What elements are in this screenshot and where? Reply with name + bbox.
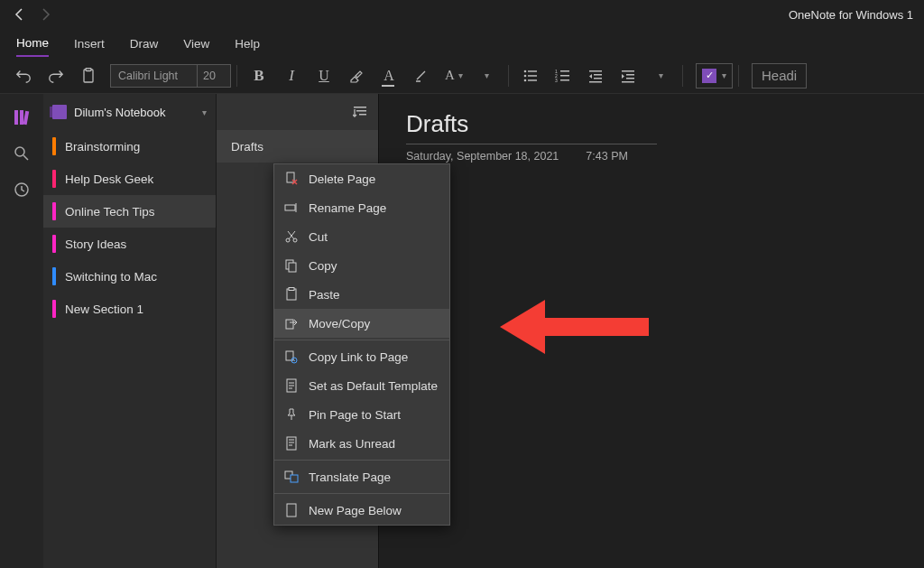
copy-icon <box>283 257 300 274</box>
heading-style-button[interactable]: Headi <box>752 63 807 88</box>
context-menu-item[interactable]: Copy Link to Page <box>274 342 449 371</box>
ribbon-tab-view[interactable]: View <box>183 32 209 56</box>
context-menu-label: Move/Copy <box>309 317 370 331</box>
section-color-swatch <box>52 300 56 318</box>
context-menu-separator <box>274 460 449 461</box>
sort-pages-button[interactable] <box>353 105 367 119</box>
increase-indent-button[interactable] <box>614 61 642 90</box>
section-label: Switching to Mac <box>65 270 157 284</box>
rename-icon <box>283 200 300 216</box>
nav-back-button[interactable] <box>7 2 32 27</box>
delete-page-icon <box>283 171 300 187</box>
translate-icon <box>283 469 300 485</box>
notebook-icon <box>52 105 67 119</box>
svg-rect-5 <box>528 75 537 77</box>
section-item[interactable]: New Section 1 <box>43 293 216 325</box>
ribbon-tab-home[interactable]: Home <box>16 31 49 57</box>
context-menu-item[interactable]: Delete Page <box>274 164 449 193</box>
decrease-indent-button[interactable] <box>581 61 610 90</box>
context-menu-label: Copy <box>309 259 337 273</box>
redo-button[interactable] <box>42 61 70 90</box>
svg-rect-42 <box>287 437 296 450</box>
section-item[interactable]: Switching to Mac <box>43 260 216 293</box>
svg-point-25 <box>15 147 24 156</box>
chevron-down-icon: ▾ <box>202 107 207 117</box>
context-menu-item[interactable]: Paste <box>274 280 449 309</box>
search-rail-icon[interactable] <box>7 139 36 168</box>
context-menu-label: New Page Below <box>309 504 402 517</box>
context-menu-label: Rename Page <box>309 201 386 215</box>
clipboard-button[interactable] <box>74 61 103 90</box>
context-menu-separator <box>274 340 449 340</box>
font-color-button[interactable]: A <box>374 61 403 90</box>
font-size-field[interactable]: 20 <box>198 65 230 87</box>
svg-rect-11 <box>560 75 569 77</box>
context-menu-label: Paste <box>309 288 340 302</box>
bold-button[interactable]: B <box>245 61 273 90</box>
svg-rect-14 <box>589 70 602 72</box>
section-label: Brainstorming <box>65 140 140 154</box>
context-menu-item[interactable]: Copy <box>274 251 449 280</box>
section-label: Story Ideas <box>65 237 126 251</box>
context-menu-label: Delete Page <box>309 172 375 186</box>
svg-rect-35 <box>289 263 296 272</box>
ribbon-tab-draw[interactable]: Draw <box>130 32 159 56</box>
notebook-dropdown[interactable]: Dilum's Notebook ▾ <box>43 94 216 130</box>
clear-formatting-button[interactable] <box>407 61 436 90</box>
section-label: New Section 1 <box>65 303 143 316</box>
page-item[interactable]: Drafts <box>217 130 378 163</box>
context-menu-label: Pin Page to Start <box>309 408 401 422</box>
section-item[interactable]: Help Desk Geek <box>43 163 216 195</box>
recent-rail-icon[interactable] <box>7 175 36 204</box>
svg-rect-3 <box>528 70 537 72</box>
font-name-field[interactable]: Calibri Light <box>111 65 198 87</box>
context-menu-label: Translate Page <box>309 470 391 484</box>
svg-rect-28 <box>356 110 366 112</box>
copy-link-icon <box>283 349 300 365</box>
nav-forward-button[interactable] <box>32 2 58 27</box>
section-color-swatch <box>52 170 56 188</box>
svg-rect-1 <box>86 68 91 70</box>
context-menu-label: Set as Default Template <box>309 379 438 393</box>
bullet-list-button[interactable] <box>516 61 545 90</box>
svg-rect-31 <box>285 205 295 210</box>
page-time: 7:43 PM <box>586 150 628 163</box>
svg-rect-38 <box>286 320 293 329</box>
section-item[interactable]: Online Tech Tips <box>43 195 216 228</box>
app-title: OneNote for Windows 1 <box>789 8 917 22</box>
context-menu-item[interactable]: New Page Below <box>274 496 449 525</box>
undo-button[interactable] <box>9 61 38 90</box>
context-menu-item[interactable]: Move/Copy <box>274 309 449 338</box>
italic-button[interactable]: I <box>277 61 306 90</box>
ribbon-tab-insert[interactable]: Insert <box>74 32 105 56</box>
page-title[interactable]: Drafts <box>406 110 897 142</box>
svg-rect-15 <box>594 74 602 76</box>
numbered-list-button[interactable]: 123 <box>549 61 578 90</box>
context-menu-label: Mark as Unread <box>309 437 395 451</box>
font-selector[interactable]: Calibri Light 20 <box>110 64 231 88</box>
text-color-button[interactable]: A▾ <box>439 61 468 90</box>
tags-button[interactable]: ✓ ▾ <box>696 63 733 88</box>
section-item[interactable]: Brainstorming <box>43 130 216 163</box>
context-menu-item[interactable]: Rename Page <box>274 193 449 222</box>
context-menu-separator <box>274 493 449 494</box>
notebooks-rail-icon[interactable] <box>7 103 36 132</box>
context-menu-item[interactable]: Pin Page to Start <box>274 400 449 429</box>
context-menu-item[interactable]: Set as Default Template <box>274 371 449 400</box>
context-menu-item[interactable]: Translate Page <box>274 462 449 491</box>
new-page-icon <box>283 502 300 518</box>
svg-rect-23 <box>20 110 23 125</box>
paragraph-more-button[interactable]: ▾ <box>646 61 675 90</box>
svg-rect-37 <box>289 288 294 291</box>
svg-rect-22 <box>14 110 18 125</box>
more-font-button[interactable]: ▾ <box>472 61 501 90</box>
underline-button[interactable]: U <box>310 61 338 90</box>
svg-rect-9 <box>560 70 569 72</box>
ribbon-tab-help[interactable]: Help <box>235 32 260 56</box>
highlight-button[interactable] <box>342 61 371 90</box>
svg-rect-13 <box>560 79 569 81</box>
svg-rect-18 <box>622 70 634 72</box>
context-menu-item[interactable]: Cut <box>274 222 449 251</box>
section-item[interactable]: Story Ideas <box>43 228 216 260</box>
context-menu-item[interactable]: Mark as Unread <box>274 429 449 458</box>
